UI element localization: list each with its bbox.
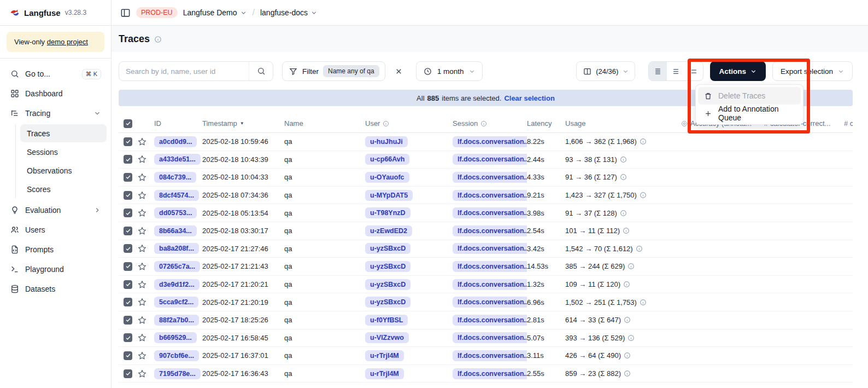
time-range-button[interactable]: 1 month xyxy=(416,61,483,81)
trace-id-badge[interactable]: d3e9d1f2... xyxy=(154,279,200,290)
trace-id-badge[interactable]: a433de51... xyxy=(154,154,201,165)
session-badge[interactable]: lf.docs.conversation... xyxy=(453,297,527,308)
row-checkbox[interactable] xyxy=(124,137,132,146)
trace-id-badge[interactable]: a0cd0d9... xyxy=(154,136,197,147)
table-row[interactable]: 7195d78e... 2025-02-17 16:36:43 qa u-rTr… xyxy=(119,365,853,383)
star-icon[interactable] xyxy=(138,333,154,342)
project-selector[interactable]: langfuse-docs xyxy=(260,8,318,17)
sidebar-item-datasets[interactable]: Datasets xyxy=(4,279,107,299)
session-badge[interactable]: lf.docs.conversation... xyxy=(453,279,527,290)
user-badge[interactable]: u-yzSBxcD xyxy=(365,297,410,308)
table-row[interactable]: 084c739... 2025-02-18 10:04:33 qa u-OYau… xyxy=(119,169,853,187)
trace-id-badge[interactable]: 8dcf4574... xyxy=(154,190,199,201)
session-badge[interactable]: lf.docs.conversation... xyxy=(453,190,527,201)
row-height-medium-icon[interactable] xyxy=(667,62,685,80)
row-checkbox[interactable] xyxy=(124,244,132,253)
filter-button[interactable]: Filter Name any of qa xyxy=(282,61,385,81)
table-row[interactable]: ba8a208f... 2025-02-17 21:27:46 qa u-yzS… xyxy=(119,240,853,258)
goto-command[interactable]: Go to... ⌘ K xyxy=(4,64,107,84)
user-badge[interactable]: u-MYpDAT5 xyxy=(365,190,413,201)
export-selection-button[interactable]: Export selection xyxy=(772,61,853,81)
user-badge[interactable]: u-yzSBxcD xyxy=(365,243,410,254)
trace-id-badge[interactable]: 084c739... xyxy=(154,172,196,183)
table-row[interactable]: 8b66a34... 2025-02-18 03:30:17 qa u-zEwd… xyxy=(119,222,853,240)
row-checkbox[interactable] xyxy=(124,298,132,306)
session-badge[interactable]: lf.docs.conversation... xyxy=(453,350,527,361)
user-badge[interactable]: u-zEwdED2 xyxy=(365,225,412,236)
row-checkbox[interactable] xyxy=(124,316,132,325)
info-icon[interactable] xyxy=(620,156,627,163)
star-icon[interactable] xyxy=(138,155,154,164)
table-row[interactable]: 88f2a7b0... 2025-02-17 18:25:26 qa u-f0Y… xyxy=(119,311,853,329)
info-icon[interactable] xyxy=(620,210,627,217)
user-badge[interactable]: u-cp66Avh xyxy=(365,154,409,165)
user-badge[interactable]: u-rTrjI4M xyxy=(365,368,404,379)
session-badge[interactable]: lf.docs.conversation... xyxy=(453,368,527,379)
info-icon[interactable] xyxy=(623,281,630,288)
row-checkbox[interactable] xyxy=(124,369,132,378)
trace-id-badge[interactable]: ba8a208f... xyxy=(154,243,199,254)
session-badge[interactable]: lf.docs.conversation... xyxy=(453,207,527,218)
star-icon[interactable] xyxy=(138,137,154,146)
row-checkbox[interactable] xyxy=(124,191,132,200)
info-icon[interactable] xyxy=(640,299,647,306)
sidebar-subitem-scores[interactable]: Scores xyxy=(20,180,107,198)
sidebar-item-tracing[interactable]: Tracing xyxy=(4,103,107,123)
star-icon[interactable] xyxy=(138,244,154,253)
star-icon[interactable] xyxy=(138,227,154,235)
trace-id-badge[interactable]: 5cca9cf2... xyxy=(154,297,198,308)
info-icon[interactable] xyxy=(640,138,647,145)
info-icon[interactable] xyxy=(627,334,635,341)
table-row[interactable]: b669529... 2025-02-17 16:58:45 qa u-VlZz… xyxy=(119,329,853,348)
user-badge[interactable]: u-f0YfBSL xyxy=(365,315,408,326)
user-badge[interactable]: u-rTrjI4M xyxy=(365,350,404,361)
info-icon[interactable] xyxy=(640,192,647,199)
columns-button[interactable]: (24/36) xyxy=(576,61,635,81)
row-checkbox[interactable] xyxy=(124,280,132,289)
session-badge[interactable]: lf.docs.conversation... xyxy=(453,315,527,326)
user-badge[interactable]: u-huJhuJi xyxy=(365,136,408,147)
column-header-name[interactable]: Name xyxy=(284,119,365,128)
session-badge[interactable]: lf.docs.conversation... xyxy=(453,243,527,254)
trace-id-badge[interactable]: dd05753... xyxy=(154,207,197,218)
info-icon[interactable] xyxy=(623,227,630,234)
trace-id-badge[interactable]: 8b66a34... xyxy=(154,225,197,236)
search-input[interactable] xyxy=(119,67,249,76)
info-icon[interactable] xyxy=(154,36,162,43)
search-submit-icon[interactable] xyxy=(249,62,273,80)
user-badge[interactable]: u-T98YnzD xyxy=(365,207,410,218)
trace-id-badge[interactable]: b669529... xyxy=(154,332,197,343)
table-row[interactable]: a0cd0d9... 2025-02-18 10:59:46 qa u-huJh… xyxy=(119,133,853,151)
star-icon[interactable] xyxy=(138,191,154,200)
sidebar-item-evaluation[interactable]: Evaluation xyxy=(4,200,107,220)
info-icon[interactable] xyxy=(636,245,643,252)
table-row[interactable]: 5cca9cf2... 2025-02-17 21:20:19 qa u-yzS… xyxy=(119,293,853,311)
info-icon[interactable] xyxy=(624,370,631,377)
session-badge[interactable]: lf.docs.conversation... xyxy=(453,172,527,183)
trace-id-badge[interactable]: 88f2a7b0... xyxy=(154,315,199,326)
sidebar-item-playground[interactable]: Playground xyxy=(4,259,107,279)
row-checkbox[interactable] xyxy=(124,227,132,235)
user-badge[interactable]: u-VlZzvwo xyxy=(365,332,409,343)
star-icon[interactable] xyxy=(138,369,154,378)
org-selector[interactable]: Langfuse Demo xyxy=(183,8,247,17)
column-header-id[interactable]: ID xyxy=(154,119,202,128)
column-header-timestamp[interactable]: Timestamp▼ xyxy=(202,119,284,128)
table-row[interactable]: 07265c7a... 2025-02-17 21:21:43 qa u-yzS… xyxy=(119,258,853,276)
info-icon[interactable] xyxy=(624,316,631,323)
column-header-usage[interactable]: Usage xyxy=(565,119,681,128)
user-badge[interactable]: u-yzSBxcD xyxy=(365,279,410,290)
column-header-latency[interactable]: Latency xyxy=(527,119,565,128)
sidebar-item-users[interactable]: Users xyxy=(4,220,107,240)
user-badge[interactable]: u-yzSBxcD xyxy=(365,261,410,272)
trace-id-badge[interactable]: 907cbf6e... xyxy=(154,350,199,361)
sidebar-subitem-observations[interactable]: Observations xyxy=(20,161,107,179)
select-all-checkbox[interactable] xyxy=(124,119,132,128)
sidebar-item-dashboard[interactable]: Dashboard xyxy=(4,84,107,103)
row-height-tall-icon[interactable] xyxy=(685,62,703,80)
star-icon[interactable] xyxy=(138,209,154,217)
trace-id-badge[interactable]: 7195d78e... xyxy=(154,368,201,379)
table-row[interactable]: dd05753... 2025-02-18 05:13:54 qa u-T98Y… xyxy=(119,204,853,222)
info-icon[interactable] xyxy=(627,263,635,270)
table-row[interactable]: d3e9d1f2... 2025-02-17 21:20:21 qa u-yzS… xyxy=(119,276,853,294)
